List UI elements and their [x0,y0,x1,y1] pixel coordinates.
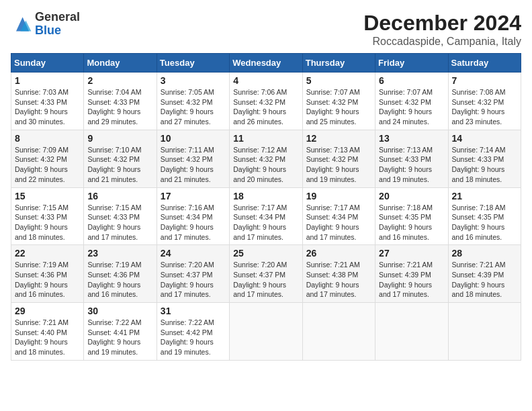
weekday-header-tuesday: Tuesday [157,54,229,73]
week-row-5: 29Sunrise: 7:21 AMSunset: 4:40 PMDayligh… [11,303,521,361]
day-cell-17: 17Sunrise: 7:16 AMSunset: 4:34 PMDayligh… [157,187,229,245]
day-detail: Sunrise: 7:22 AMSunset: 4:42 PMDaylight:… [161,318,226,357]
day-cell-29: 29Sunrise: 7:21 AMSunset: 4:40 PMDayligh… [11,303,84,361]
day-number: 14 [452,133,517,144]
logo-text-blue: Blue [35,24,61,37]
day-number: 26 [306,248,371,259]
day-detail: Sunrise: 7:18 AMSunset: 4:35 PMDaylight:… [452,203,517,242]
day-detail: Sunrise: 7:11 AMSunset: 4:32 PMDaylight:… [161,145,226,185]
calendar-title: December 2024 [363,11,521,36]
day-number: 12 [306,133,371,144]
day-cell-25: 25Sunrise: 7:20 AMSunset: 4:37 PMDayligh… [230,245,302,303]
empty-cell [375,303,448,361]
day-number: 4 [233,75,298,86]
day-detail: Sunrise: 7:15 AMSunset: 4:33 PMDaylight:… [87,203,152,242]
day-number: 22 [15,248,80,259]
empty-cell [230,303,302,361]
day-detail: Sunrise: 7:21 AMSunset: 4:39 PMDaylight:… [452,260,517,300]
week-row-4: 22Sunrise: 7:19 AMSunset: 4:36 PMDayligh… [11,245,521,303]
day-detail: Sunrise: 7:20 AMSunset: 4:37 PMDaylight:… [233,260,298,300]
day-cell-24: 24Sunrise: 7:20 AMSunset: 4:37 PMDayligh… [157,245,229,303]
day-number: 23 [87,248,152,259]
day-detail: Sunrise: 7:07 AMSunset: 4:32 PMDaylight:… [379,87,444,127]
day-cell-10: 10Sunrise: 7:11 AMSunset: 4:32 PMDayligh… [157,130,229,187]
day-detail: Sunrise: 7:05 AMSunset: 4:32 PMDaylight:… [161,87,226,127]
day-detail: Sunrise: 7:17 AMSunset: 4:34 PMDaylight:… [233,203,298,242]
day-number: 29 [15,306,80,316]
title-area: December 2024 Roccadaspide, Campania, It… [363,11,521,48]
weekday-header-wednesday: Wednesday [230,54,302,73]
weekday-header-friday: Friday [375,54,448,73]
day-detail: Sunrise: 7:06 AMSunset: 4:32 PMDaylight:… [233,87,298,127]
logo: General Blue [11,11,80,38]
day-number: 7 [452,75,517,86]
week-row-1: 1Sunrise: 7:03 AMSunset: 4:33 PMDaylight… [11,73,521,130]
day-detail: Sunrise: 7:20 AMSunset: 4:37 PMDaylight:… [161,260,226,300]
day-number: 6 [379,75,444,86]
day-number: 13 [379,133,444,144]
day-cell-23: 23Sunrise: 7:19 AMSunset: 4:36 PMDayligh… [84,245,157,303]
day-detail: Sunrise: 7:16 AMSunset: 4:34 PMDaylight:… [161,203,226,242]
empty-cell [302,303,375,361]
day-detail: Sunrise: 7:08 AMSunset: 4:32 PMDaylight:… [452,87,517,127]
weekday-header-row: SundayMondayTuesdayWednesdayThursdayFrid… [11,54,521,73]
day-cell-5: 5Sunrise: 7:07 AMSunset: 4:32 PMDaylight… [302,73,375,130]
day-detail: Sunrise: 7:19 AMSunset: 4:36 PMDaylight:… [15,260,80,300]
day-detail: Sunrise: 7:10 AMSunset: 4:32 PMDaylight:… [87,145,152,185]
day-cell-7: 7Sunrise: 7:08 AMSunset: 4:32 PMDaylight… [448,73,521,130]
day-detail: Sunrise: 7:17 AMSunset: 4:34 PMDaylight:… [306,203,371,242]
day-cell-12: 12Sunrise: 7:13 AMSunset: 4:32 PMDayligh… [302,130,375,187]
header: General Blue December 2024 Roccadaspide,… [11,11,521,48]
day-cell-21: 21Sunrise: 7:18 AMSunset: 4:35 PMDayligh… [448,187,521,245]
logo-icon [11,15,32,34]
week-row-3: 15Sunrise: 7:15 AMSunset: 4:33 PMDayligh… [11,187,521,245]
day-detail: Sunrise: 7:21 AMSunset: 4:40 PMDaylight:… [15,318,80,357]
day-cell-22: 22Sunrise: 7:19 AMSunset: 4:36 PMDayligh… [11,245,84,303]
day-cell-18: 18Sunrise: 7:17 AMSunset: 4:34 PMDayligh… [230,187,302,245]
day-detail: Sunrise: 7:19 AMSunset: 4:36 PMDaylight:… [87,260,152,300]
day-detail: Sunrise: 7:13 AMSunset: 4:32 PMDaylight:… [306,145,371,185]
day-number: 11 [233,133,298,144]
day-detail: Sunrise: 7:09 AMSunset: 4:32 PMDaylight:… [15,145,80,185]
day-cell-14: 14Sunrise: 7:14 AMSunset: 4:33 PMDayligh… [448,130,521,187]
day-cell-9: 9Sunrise: 7:10 AMSunset: 4:32 PMDaylight… [84,130,157,187]
calendar-subtitle: Roccadaspide, Campania, Italy [363,36,521,48]
day-number: 8 [15,133,80,144]
day-cell-8: 8Sunrise: 7:09 AMSunset: 4:32 PMDaylight… [11,130,84,187]
day-number: 21 [452,191,517,201]
day-cell-20: 20Sunrise: 7:18 AMSunset: 4:35 PMDayligh… [375,187,448,245]
day-detail: Sunrise: 7:12 AMSunset: 4:32 PMDaylight:… [233,145,298,185]
day-detail: Sunrise: 7:03 AMSunset: 4:33 PMDaylight:… [15,87,80,127]
day-number: 28 [452,248,517,259]
day-cell-4: 4Sunrise: 7:06 AMSunset: 4:32 PMDaylight… [230,73,302,130]
day-cell-11: 11Sunrise: 7:12 AMSunset: 4:32 PMDayligh… [230,130,302,187]
day-detail: Sunrise: 7:22 AMSunset: 4:41 PMDaylight:… [87,318,152,357]
day-number: 31 [161,306,226,316]
day-detail: Sunrise: 7:21 AMSunset: 4:39 PMDaylight:… [379,260,444,300]
day-cell-15: 15Sunrise: 7:15 AMSunset: 4:33 PMDayligh… [11,187,84,245]
day-cell-1: 1Sunrise: 7:03 AMSunset: 4:33 PMDaylight… [11,73,84,130]
day-number: 5 [306,75,371,86]
day-detail: Sunrise: 7:07 AMSunset: 4:32 PMDaylight:… [306,87,371,127]
day-number: 3 [161,75,226,86]
day-cell-31: 31Sunrise: 7:22 AMSunset: 4:42 PMDayligh… [157,303,229,361]
day-cell-26: 26Sunrise: 7:21 AMSunset: 4:38 PMDayligh… [302,245,375,303]
day-cell-16: 16Sunrise: 7:15 AMSunset: 4:33 PMDayligh… [84,187,157,245]
day-detail: Sunrise: 7:14 AMSunset: 4:33 PMDaylight:… [452,145,517,185]
logo-text-general: General [35,10,80,24]
day-number: 27 [379,248,444,259]
day-cell-2: 2Sunrise: 7:04 AMSunset: 4:33 PMDaylight… [84,73,157,130]
day-number: 24 [161,248,226,259]
day-cell-19: 19Sunrise: 7:17 AMSunset: 4:34 PMDayligh… [302,187,375,245]
day-detail: Sunrise: 7:21 AMSunset: 4:38 PMDaylight:… [306,260,371,300]
weekday-header-sunday: Sunday [11,54,84,73]
day-number: 19 [306,191,371,201]
weekday-header-thursday: Thursday [302,54,375,73]
day-cell-30: 30Sunrise: 7:22 AMSunset: 4:41 PMDayligh… [84,303,157,361]
day-number: 9 [87,133,152,144]
day-cell-27: 27Sunrise: 7:21 AMSunset: 4:39 PMDayligh… [375,245,448,303]
day-cell-13: 13Sunrise: 7:13 AMSunset: 4:33 PMDayligh… [375,130,448,187]
calendar-body: 1Sunrise: 7:03 AMSunset: 4:33 PMDaylight… [11,73,521,361]
weekday-header-monday: Monday [84,54,157,73]
empty-cell [448,303,521,361]
